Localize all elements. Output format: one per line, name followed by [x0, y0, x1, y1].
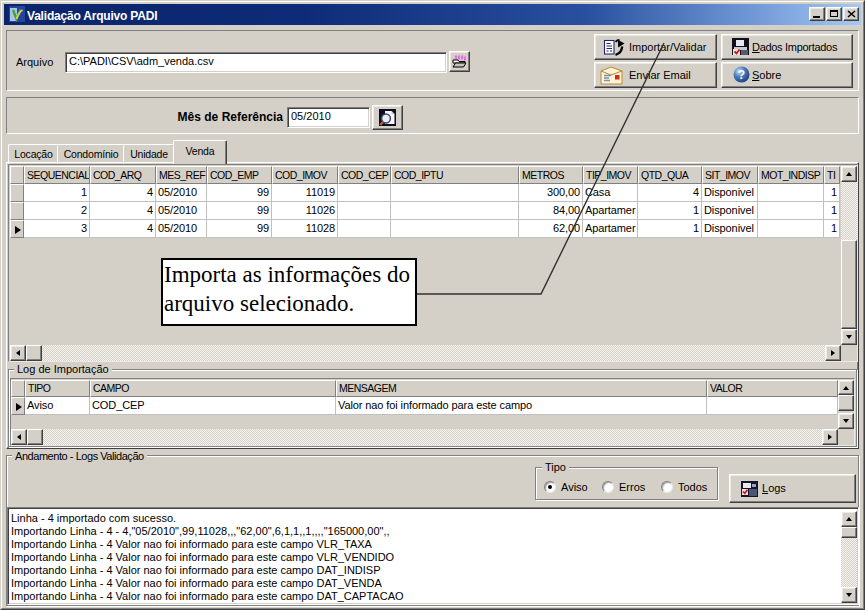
- svg-text:?: ?: [738, 68, 745, 82]
